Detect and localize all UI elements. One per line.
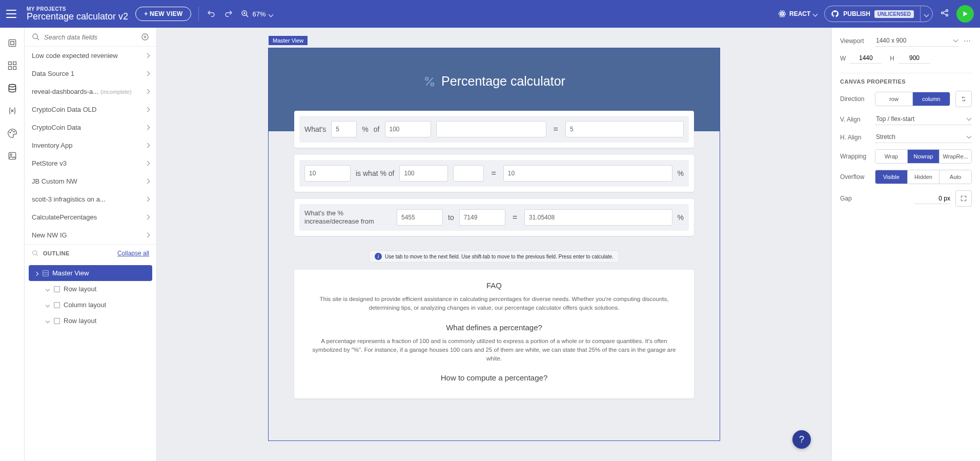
- row3-result[interactable]: [524, 209, 672, 226]
- viewport-select[interactable]: 1440 x 900: [875, 35, 958, 47]
- svg-point-25: [33, 34, 37, 38]
- row2-mid: is what % of: [356, 169, 394, 177]
- search-icon: [32, 33, 40, 41]
- datasource-item[interactable]: Inventory App: [25, 136, 156, 154]
- datasource-item[interactable]: CalculatePercentages: [25, 208, 156, 226]
- components-tab-icon[interactable]: [6, 37, 18, 49]
- tree-node[interactable]: Row layout: [40, 313, 152, 329]
- direction-row[interactable]: row: [875, 92, 913, 106]
- add-datasource-icon[interactable]: [141, 33, 149, 41]
- more-icon[interactable]: ⋯: [964, 37, 972, 45]
- svg-line-11: [943, 11, 946, 12]
- row1-label: What's: [304, 125, 326, 133]
- wrapreverse-option[interactable]: WrapRe...: [940, 150, 971, 163]
- spacer-box: [436, 121, 546, 137]
- height-input[interactable]: [899, 53, 930, 64]
- datasource-label: reveal-dashboards-a...: [32, 88, 98, 95]
- row2-result[interactable]: [503, 165, 672, 182]
- datasource-item[interactable]: reveal-dashboards-a...(incomplete): [25, 83, 156, 101]
- datasource-item[interactable]: New NW IG: [25, 226, 156, 244]
- chevron-down-icon: [925, 9, 928, 18]
- swap-direction-icon[interactable]: [955, 91, 972, 107]
- row1-value2[interactable]: [385, 121, 431, 137]
- width-input[interactable]: [850, 53, 882, 64]
- theme-tab-icon[interactable]: [6, 127, 18, 139]
- collapse-all-link[interactable]: Collapse all: [117, 250, 149, 257]
- datasource-item[interactable]: scott-3 infragistics on a...: [25, 190, 156, 208]
- equals-symbol: =: [489, 169, 498, 178]
- framework-label: REACT: [789, 10, 810, 17]
- datasource-item[interactable]: PetStore v3: [25, 154, 156, 172]
- datasource-item[interactable]: CryptoCoin Data OLD: [25, 101, 156, 118]
- svg-rect-14: [10, 42, 14, 45]
- gap-input[interactable]: [914, 193, 950, 204]
- gap-expand-icon[interactable]: [955, 190, 972, 207]
- row2-value2[interactable]: [399, 165, 448, 182]
- overflow-hidden[interactable]: Hidden: [908, 170, 940, 184]
- outline-header: OUTLINE Collapse all: [25, 244, 156, 262]
- svg-rect-18: [13, 67, 16, 70]
- percent-symbol: %: [678, 169, 684, 177]
- row2-value1[interactable]: [304, 165, 351, 182]
- w-label: W: [840, 55, 846, 62]
- variables-tab-icon[interactable]: [6, 105, 18, 117]
- svg-point-21: [11, 130, 12, 131]
- datasource-item[interactable]: Low code expected reveniew: [25, 47, 156, 65]
- overflow-visible[interactable]: Visible: [875, 170, 908, 184]
- menu-icon[interactable]: [6, 10, 16, 18]
- row1-mid: of: [374, 125, 380, 133]
- row3-label: What's the % increase/decrease from: [304, 209, 392, 226]
- chevron-right-icon: [45, 288, 50, 291]
- faq-paragraph: A percentage represents a fraction of 10…: [309, 337, 680, 364]
- row1-value1[interactable]: [331, 121, 357, 137]
- halign-select[interactable]: Stretch: [875, 131, 972, 143]
- row3-value2[interactable]: [459, 209, 505, 226]
- halign-value: Stretch: [876, 133, 895, 141]
- svg-rect-13: [9, 39, 15, 46]
- valign-select[interactable]: Top / flex-start: [875, 113, 972, 125]
- canvas-area[interactable]: Master View Percentage calculator What's…: [157, 28, 831, 461]
- row3-value1[interactable]: [397, 209, 443, 226]
- row1-result[interactable]: [565, 121, 684, 137]
- help-fab[interactable]: ?: [792, 430, 811, 449]
- datasource-label: CalculatePercentages: [32, 213, 97, 221]
- zoom-control[interactable]: 67%: [241, 10, 272, 18]
- chevron-down-icon: [813, 10, 817, 17]
- sidebar: Low code expected reveniew Data Source 1…: [25, 28, 157, 461]
- faq-heading: FAQ: [309, 281, 680, 290]
- preview-button[interactable]: [956, 5, 974, 23]
- tree-node[interactable]: Column layout: [40, 297, 152, 313]
- projects-breadcrumb[interactable]: MY PROJECTS: [27, 6, 128, 12]
- data-tab-icon[interactable]: [6, 82, 18, 94]
- chevron-right-icon: [146, 215, 149, 219]
- search-input[interactable]: [44, 33, 137, 41]
- svg-point-20: [10, 132, 11, 133]
- section-heading: CANVAS PROPERTIES: [840, 73, 972, 85]
- datasource-label: scott-3 infragistics on a...: [32, 195, 106, 203]
- direction-label: Direction: [840, 95, 870, 103]
- undo-icon[interactable]: [206, 9, 216, 19]
- tree-node[interactable]: Row layout: [40, 281, 152, 297]
- chevron-right-icon: [146, 162, 149, 165]
- chevron-right-icon: [146, 126, 149, 129]
- tree-node-master-view[interactable]: Master View: [29, 265, 152, 281]
- datasource-label: Data Source 1: [32, 70, 74, 77]
- wrap-option[interactable]: Wrap: [875, 150, 908, 163]
- framework-selector[interactable]: REACT: [778, 10, 817, 18]
- redo-icon[interactable]: [223, 9, 234, 19]
- overflow-auto[interactable]: Auto: [940, 170, 971, 184]
- chevron-right-icon: [146, 233, 149, 237]
- datasource-item[interactable]: JB Custom NW: [25, 172, 156, 190]
- new-view-button[interactable]: + NEW VIEW: [135, 7, 191, 21]
- assets-tab-icon[interactable]: [6, 150, 18, 162]
- publish-button[interactable]: PUBLISH UNLICENSED: [825, 7, 920, 21]
- nowrap-option[interactable]: Nowrap: [908, 150, 940, 163]
- datasource-item[interactable]: CryptoCoin Data: [25, 118, 156, 136]
- share-icon[interactable]: [940, 8, 949, 19]
- direction-column[interactable]: column: [913, 92, 950, 106]
- canvas-frame[interactable]: Master View Percentage calculator What's…: [269, 48, 720, 440]
- datasource-item[interactable]: Data Source 1: [25, 65, 156, 83]
- publish-dropdown[interactable]: [920, 6, 932, 22]
- widgets-tab-icon[interactable]: [6, 59, 18, 72]
- datasource-label: JB Custom NW: [32, 177, 77, 185]
